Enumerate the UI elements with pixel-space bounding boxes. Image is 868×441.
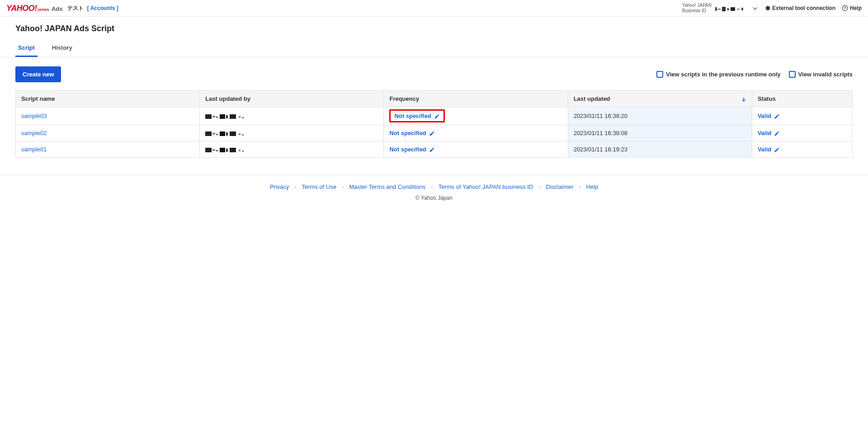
th-last-updated-by[interactable]: Last updated by [200,91,384,107]
content: Create new View scripts in the previous … [0,57,868,170]
svg-rect-16 [242,117,244,118]
filter-prev-runtime[interactable]: View scripts in the previous runtime onl… [656,71,780,78]
svg-rect-12 [220,114,225,119]
last-updated-by-cell [200,141,384,158]
logo[interactable]: YAHOO! JAPAN Ads [6,4,63,13]
svg-rect-21 [226,132,228,136]
svg-rect-29 [226,149,228,152]
separator: - [429,183,434,190]
th-frequency[interactable]: Frequency [384,91,568,107]
business-id-label: Yahoo! JAPAN Business ID [682,3,712,14]
footer-link[interactable]: Master Terms and Conditions [349,183,426,190]
filter-prev-runtime-label: View scripts in the previous runtime onl… [666,71,780,78]
redacted-value [205,113,246,119]
svg-rect-25 [205,148,212,152]
svg-rect-17 [205,131,212,136]
script-name-link[interactable]: sample02 [21,130,47,136]
business-id-selector[interactable]: Yahoo! JAPAN Business ID [682,3,758,14]
status-link[interactable]: Valid [758,146,780,153]
create-new-button[interactable]: Create new [15,66,61,82]
env-label: テスト [67,5,84,12]
footer-link[interactable]: Terms of Use [302,183,337,190]
topbar: YAHOO! JAPAN Ads テスト [ Accounts ] Yahoo!… [0,0,868,17]
svg-rect-1 [718,9,721,10]
separator: - [537,183,542,190]
filter-invalid[interactable]: View invalid scripts [789,71,853,78]
scripts-table: Script name Last updated by Frequency La… [15,90,853,158]
logo-ads: Ads [52,5,63,12]
svg-rect-22 [230,131,236,136]
svg-rect-13 [226,115,228,118]
svg-rect-10 [212,116,215,117]
footer-link[interactable]: Terms of Yahoo! JAPAN business ID [439,183,533,190]
separator: - [577,183,582,190]
external-tool-link[interactable]: External tool connection [764,5,835,12]
logo-yahoo: YAHOO! [6,4,37,13]
th-status[interactable]: Status [752,91,852,107]
table-row: sample03Not specified2023/01/11 16:38:20… [16,107,853,125]
svg-rect-20 [220,131,225,136]
footer-links: Privacy-Terms of Use-Master Terms and Co… [0,183,868,190]
table-header-row: Script name Last updated by Frequency La… [16,91,853,107]
footer-link[interactable]: Disclaimer [546,183,574,190]
edit-icon [434,113,440,119]
svg-rect-0 [715,7,717,11]
footer-link[interactable]: Privacy [270,183,289,190]
status-link[interactable]: Valid [758,113,780,119]
edit-icon [774,130,780,136]
svg-rect-2 [722,7,726,11]
last-updated-by-cell [200,107,384,125]
svg-rect-32 [242,150,244,152]
svg-rect-24 [242,134,244,136]
edit-icon [429,130,435,136]
last-updated-by-cell [200,125,384,141]
svg-rect-6 [741,8,743,10]
external-tool-label: External tool connection [772,5,835,11]
checkbox-icon [656,71,663,78]
gear-icon [764,5,770,12]
separator: - [340,183,345,190]
tab-history[interactable]: History [49,40,75,57]
svg-text:?: ? [844,6,846,10]
frequency-link[interactable]: Not specified [389,146,435,153]
tab-script[interactable]: Script [15,40,38,57]
th-script-name[interactable]: Script name [16,91,200,107]
table-row: sample02Not specified2023/01/11 16:38:08… [16,125,853,141]
script-name-link[interactable]: sample01 [21,146,47,153]
svg-rect-31 [239,150,241,151]
page-title: Yahoo! JAPAN Ads Script [15,24,853,33]
frequency-link[interactable]: Not specified [389,130,435,136]
frequency-link[interactable]: Not specified [389,109,445,122]
svg-rect-19 [216,134,218,135]
status-link[interactable]: Valid [758,130,780,136]
script-name-link[interactable]: sample03 [21,113,47,119]
svg-rect-15 [239,116,241,118]
svg-rect-18 [212,133,215,135]
svg-rect-28 [220,148,225,152]
help-link[interactable]: ? Help [842,5,862,12]
svg-rect-26 [212,149,215,151]
help-label: Help [850,5,862,11]
tabs: Script History [15,40,853,57]
last-updated-cell: 2023/01/11 16:38:08 [568,125,752,141]
copyright: © Yahoo Japan [0,195,868,201]
footer-link[interactable]: Help [586,183,599,190]
separator: - [292,183,298,190]
accounts-link[interactable]: [ Accounts ] [87,5,118,11]
last-updated-cell: 2023/01/11 16:38:20 [568,107,752,125]
filter-invalid-label: View invalid scripts [798,71,853,78]
svg-rect-14 [230,114,236,119]
th-last-updated[interactable]: Last updated [568,91,752,107]
edit-icon [774,146,780,153]
logo-japan: JAPAN [37,8,49,12]
edit-icon [429,146,435,153]
svg-rect-11 [216,117,218,118]
redacted-value [205,146,246,152]
chevron-down-icon [752,5,758,12]
sort-desc-icon [741,95,746,102]
svg-rect-3 [727,8,729,10]
help-icon: ? [842,5,848,12]
edit-icon [774,113,780,119]
svg-rect-5 [737,9,740,10]
sub-header: Yahoo! JAPAN Ads Script Script History [0,17,868,57]
